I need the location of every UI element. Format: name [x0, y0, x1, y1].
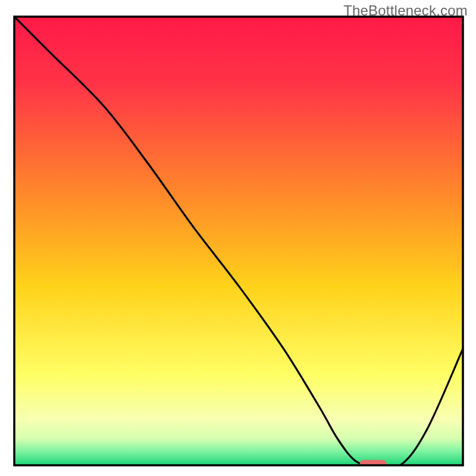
plot-svg	[13, 15, 464, 466]
watermark-text: TheBottleneck.com	[343, 2, 468, 19]
chart-stage: TheBottleneck.com	[0, 0, 476, 476]
plot-area	[13, 15, 464, 466]
